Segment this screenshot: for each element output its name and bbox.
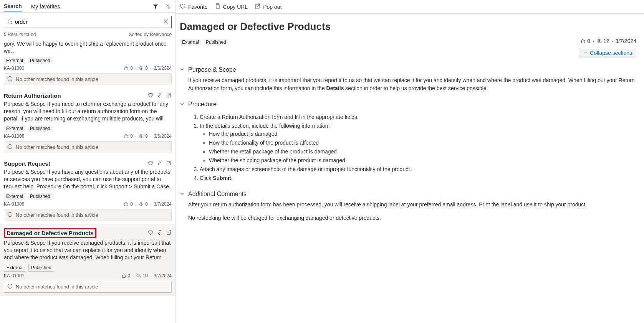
article-action-bar: Favorite Copy URL Pop out — [176, 0, 644, 14]
sort-label: Sorted by Relevance — [129, 32, 172, 37]
heart-icon[interactable] — [148, 92, 153, 99]
heart-icon[interactable] — [148, 230, 153, 236]
filter-icon[interactable] — [152, 3, 159, 10]
link-icon[interactable] — [157, 230, 162, 236]
popout-icon[interactable] — [166, 92, 172, 99]
info-icon — [7, 283, 13, 290]
link-icon[interactable] — [157, 92, 162, 99]
result-id: KA-01002 — [4, 66, 24, 71]
result-id: KA-01009 — [4, 201, 24, 207]
info-icon — [7, 144, 13, 150]
result-title: Damaged or Defective Products — [7, 230, 94, 236]
svg-point-1 — [141, 68, 142, 69]
result-id: KA-01008 — [4, 133, 24, 139]
no-match-notice: No other matches found in this article — [4, 281, 172, 293]
result-title: Support Request — [4, 160, 50, 167]
info-icon — [7, 76, 13, 82]
search-icon — [7, 19, 13, 25]
sort-icon[interactable] — [164, 3, 172, 10]
chevron-down-icon — [180, 102, 184, 107]
section-header[interactable]: Purpose & Scope — [180, 66, 636, 73]
section-additional: Additional Comments After your return au… — [180, 191, 636, 222]
badge: External — [4, 57, 25, 64]
no-match-notice: No other matches found in this article — [4, 141, 172, 153]
chevron-down-icon — [180, 67, 184, 73]
like-icon — [580, 38, 586, 44]
badge: Published — [28, 264, 54, 272]
badge: External — [4, 125, 25, 132]
chevron-down-icon — [180, 191, 184, 197]
result-snippet: gory. We will be happy to overnight ship… — [4, 40, 172, 55]
article-pane: Favorite Copy URL Pop out Damaged or Def… — [176, 0, 644, 323]
result-snippet: Purpose & Scope If you have any question… — [4, 168, 172, 191]
result-snippet: Purpose & Scope If you receive damaged p… — [4, 239, 172, 262]
tabs-row: Search My favorites — [0, 0, 175, 13]
popout-icon[interactable] — [166, 160, 172, 167]
info-icon — [7, 212, 13, 218]
search-result[interactable]: Support Request Purpose & Scope If you h… — [0, 157, 175, 224]
article-body: Damaged or Defective Products External P… — [176, 14, 644, 230]
badge: Published — [28, 125, 53, 132]
result-snippet: Purpose & Scope If you need to return or… — [4, 101, 172, 123]
svg-point-4 — [141, 135, 142, 137]
badge-external: External — [180, 39, 201, 46]
search-result[interactable]: Return Authorization Purpose & Scope If … — [0, 89, 175, 157]
svg-rect-12 — [216, 5, 220, 8]
search-result[interactable]: Damaged or Defective Products Purpose & … — [0, 224, 175, 296]
view-icon — [596, 38, 602, 44]
svg-point-14 — [598, 40, 600, 42]
popout-icon[interactable] — [166, 230, 172, 236]
badge: Published — [28, 193, 53, 200]
copy-icon — [215, 3, 221, 10]
section-purpose: Purpose & Scope If you receive damaged p… — [180, 66, 636, 92]
search-result[interactable]: gory. We will be happy to overnight ship… — [0, 40, 175, 89]
collapse-icon — [583, 51, 588, 55]
article-stats: 0· 12· 3/7/2024 — [580, 38, 636, 44]
heart-icon — [180, 3, 186, 10]
badge: External — [4, 193, 25, 200]
collapse-sections-button[interactable]: Collapse sections — [579, 48, 636, 58]
search-wrap — [0, 13, 175, 31]
article-title: Damaged or Defective Products — [180, 21, 636, 33]
badge-published: Published — [204, 39, 228, 46]
link-icon[interactable] — [157, 160, 162, 167]
svg-point-0 — [8, 20, 12, 23]
article-meta: External Published 0· 12· 3/7/2024 — [180, 36, 636, 46]
results-count: 5 Results found — [4, 32, 36, 37]
popout-icon — [255, 3, 261, 10]
svg-point-10 — [138, 275, 139, 276]
heart-icon[interactable] — [148, 160, 153, 167]
no-match-notice: No other matches found in this article — [4, 209, 172, 221]
section-header[interactable]: Additional Comments — [180, 191, 636, 198]
section-procedure: Procedure Create a Return Authorization … — [180, 101, 636, 182]
results-meta: 5 Results found Sorted by Relevance — [0, 31, 175, 40]
badge: External — [4, 264, 26, 272]
section-header[interactable]: Procedure — [180, 101, 636, 108]
results-list[interactable]: gory. We will be happy to overnight ship… — [0, 40, 175, 323]
search-input[interactable] — [15, 19, 164, 25]
result-id: KA-01001 — [4, 273, 24, 279]
no-match-notice: No other matches found in this article — [4, 73, 172, 85]
search-pane: Search My favorites 5 Results found Sort… — [0, 0, 176, 323]
tab-favorites[interactable]: My favorites — [31, 1, 60, 12]
result-title: Return Authorization — [4, 92, 61, 99]
search-box[interactable] — [4, 16, 172, 28]
copyurl-button[interactable]: Copy URL — [215, 3, 248, 10]
clear-search-icon[interactable] — [164, 19, 168, 25]
favorite-button[interactable]: Favorite — [180, 3, 208, 10]
badge: Published — [28, 57, 53, 64]
svg-point-7 — [141, 203, 142, 204]
tab-search[interactable]: Search — [4, 1, 22, 12]
popout-button[interactable]: Pop out — [255, 3, 281, 10]
